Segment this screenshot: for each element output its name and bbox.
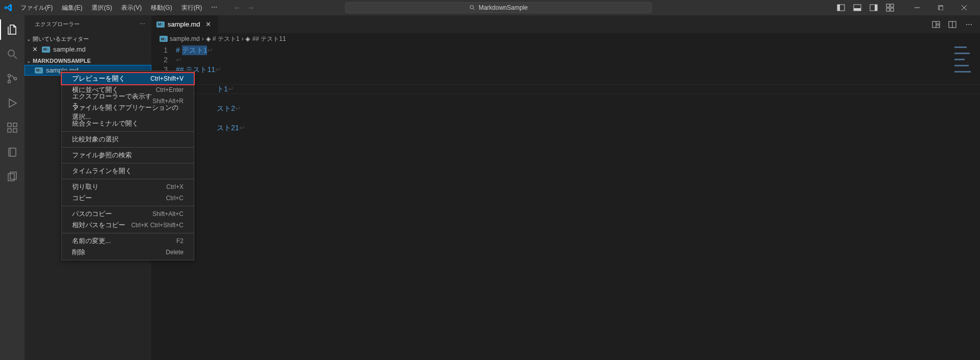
svg-point-19 xyxy=(8,75,11,77)
breadcrumb-symbol-icon: ◈ xyxy=(245,35,250,42)
svg-rect-9 xyxy=(891,4,894,7)
context-menu-item[interactable]: 相対パスをコピーCtrl+K Ctrl+Shift+C xyxy=(62,220,194,231)
context-menu-label: ファイル参照の検索 xyxy=(72,151,132,160)
toggle-primary-sidebar-icon[interactable] xyxy=(834,1,848,15)
svg-rect-23 xyxy=(8,129,11,132)
svg-point-17 xyxy=(8,50,14,56)
tab-bar: M↓ sample.md ✕ ⋯ xyxy=(151,15,980,33)
context-menu-shortcut: Delete xyxy=(166,249,184,256)
close-icon[interactable]: ✕ xyxy=(203,20,213,28)
svg-line-18 xyxy=(14,56,17,59)
svg-point-32 xyxy=(937,23,939,26)
context-menu-item[interactable]: 名前の変更...F2 xyxy=(62,235,194,247)
svg-rect-26 xyxy=(9,148,16,156)
markdown-file-icon: M↓ xyxy=(156,21,165,28)
code-editor[interactable]: 1 2 3 # テスト1↵ ↵ ## テスト11↵ ↵ ト1↵ ↵ スト2↵ ↵… xyxy=(151,44,980,360)
activity-bar xyxy=(0,15,25,360)
breadcrumb[interactable]: M↓ sample.md › ◈ # テスト1 › ◈ ## テスト11 xyxy=(151,33,980,44)
split-editor-icon[interactable] xyxy=(945,17,960,32)
open-editors-header[interactable]: ⌄ 開いているエディター xyxy=(25,34,151,44)
context-menu-item[interactable]: 切り取りCtrl+X xyxy=(62,181,194,193)
context-menu-item[interactable]: パスのコピーShift+Alt+C xyxy=(62,208,194,220)
context-menu-shortcut: Shift+Alt+C xyxy=(152,210,184,218)
context-menu-shortcut: Ctrl+Enter xyxy=(156,86,184,93)
chevron-down-icon: ⌄ xyxy=(27,36,31,42)
svg-point-0 xyxy=(470,6,474,9)
context-menu-shortcut: Ctrl+Shift+V xyxy=(150,75,184,82)
breadcrumb-symbol-icon: ◈ xyxy=(206,35,211,42)
activity-run-debug-icon[interactable] xyxy=(0,93,25,113)
close-icon[interactable]: ✕ xyxy=(31,45,39,53)
open-editor-name: sample.md xyxy=(53,45,86,53)
window-controls xyxy=(905,0,976,15)
layout-controls xyxy=(834,1,897,15)
menu-file[interactable]: ファイル(F) xyxy=(16,2,57,14)
svg-rect-22 xyxy=(8,123,11,127)
activity-extensions-icon[interactable] xyxy=(0,117,25,138)
context-menu-separator xyxy=(62,163,194,163)
chevron-right-icon: › xyxy=(241,35,243,42)
context-menu-label: 統合ターミナルで開く xyxy=(72,119,139,128)
svg-rect-25 xyxy=(13,123,17,127)
window-minimize-icon[interactable] xyxy=(905,0,929,15)
svg-rect-29 xyxy=(10,172,16,179)
context-menu-item[interactable]: コピーCtrl+C xyxy=(62,193,194,204)
context-menu-separator xyxy=(62,131,194,132)
svg-point-21 xyxy=(14,78,17,80)
context-menu-label: 名前の変更... xyxy=(72,236,111,246)
context-menu-item[interactable]: タイムラインを開く xyxy=(62,165,194,177)
menu-overflow[interactable]: ⋯ xyxy=(207,2,221,14)
context-menu-shortcut: Ctrl+X xyxy=(166,183,184,190)
context-menu-label: 相対パスをコピー xyxy=(72,221,125,230)
context-menu: プレビューを開くCtrl+Shift+V横に並べて開くCtrl+Enterエクス… xyxy=(61,70,194,260)
more-actions-icon[interactable]: ⋯ xyxy=(962,17,976,32)
tab-actions: ⋯ xyxy=(929,15,980,33)
context-menu-item[interactable]: 削除Delete xyxy=(62,247,194,258)
open-editor-item[interactable]: ✕ M↓ sample.md xyxy=(25,44,151,55)
open-editors-label: 開いているエディター xyxy=(33,35,89,43)
command-center[interactable]: MarkdownSample xyxy=(345,2,652,13)
svg-rect-10 xyxy=(886,8,890,11)
context-menu-shortcut: Ctrl+C xyxy=(166,195,184,202)
toggle-panel-icon[interactable] xyxy=(850,1,864,15)
menu-run[interactable]: 実行(R) xyxy=(177,2,207,14)
svg-rect-11 xyxy=(891,8,894,11)
activity-files-icon[interactable] xyxy=(0,166,25,187)
explorer-more-icon[interactable]: ⋯ xyxy=(140,21,145,28)
customize-layout-icon[interactable] xyxy=(883,1,897,15)
nav-forward-icon[interactable]: → xyxy=(247,4,254,12)
open-preview-side-icon[interactable] xyxy=(929,17,943,32)
vertical-scrollbar[interactable] xyxy=(973,44,980,360)
context-menu-item[interactable]: ファイル参照の検索 xyxy=(62,150,194,161)
activity-book-icon[interactable] xyxy=(0,142,25,162)
svg-rect-28 xyxy=(8,174,14,181)
titlebar: ファイル(F) 編集(E) 選択(S) 表示(V) 移動(G) 実行(R) ⋯ … xyxy=(0,0,980,15)
menu-edit[interactable]: 編集(E) xyxy=(58,2,86,14)
breadcrumb-part: # テスト1 xyxy=(213,35,240,43)
activity-scm-icon[interactable] xyxy=(0,68,25,89)
activity-search-icon[interactable] xyxy=(0,44,25,64)
svg-rect-14 xyxy=(939,6,943,10)
minimap[interactable] xyxy=(942,44,973,360)
context-menu-item[interactable]: プレビューを開くCtrl+Shift+V xyxy=(62,73,194,84)
context-menu-label: コピー xyxy=(72,194,92,203)
context-menu-item[interactable]: ファイルを開くアプリケーションの選択... xyxy=(62,107,194,118)
context-menu-item[interactable]: 比較対象の選択 xyxy=(62,134,194,145)
nav-back-icon[interactable]: ← xyxy=(234,4,241,12)
menu-selection[interactable]: 選択(S) xyxy=(87,2,116,14)
toggle-secondary-sidebar-icon[interactable] xyxy=(867,1,881,15)
breadcrumb-part: ## テスト11 xyxy=(252,35,286,43)
menu-view[interactable]: 表示(V) xyxy=(117,2,146,14)
context-menu-shortcut: F2 xyxy=(176,237,184,245)
window-maximize-icon[interactable] xyxy=(929,0,952,15)
activity-explorer-icon[interactable] xyxy=(0,19,25,40)
context-menu-label: 削除 xyxy=(72,248,85,257)
menu-go[interactable]: 移動(G) xyxy=(147,2,176,14)
window-close-icon[interactable] xyxy=(952,0,976,15)
svg-rect-5 xyxy=(854,8,861,11)
context-menu-label: 切り取り xyxy=(72,182,99,191)
tab-sample-md[interactable]: M↓ sample.md ✕ xyxy=(151,15,219,33)
folder-header[interactable]: ⌄ MARKDOWNSAMPLE xyxy=(25,57,151,65)
tab-label: sample.md xyxy=(168,20,200,28)
markdown-file-icon: M↓ xyxy=(159,36,168,42)
